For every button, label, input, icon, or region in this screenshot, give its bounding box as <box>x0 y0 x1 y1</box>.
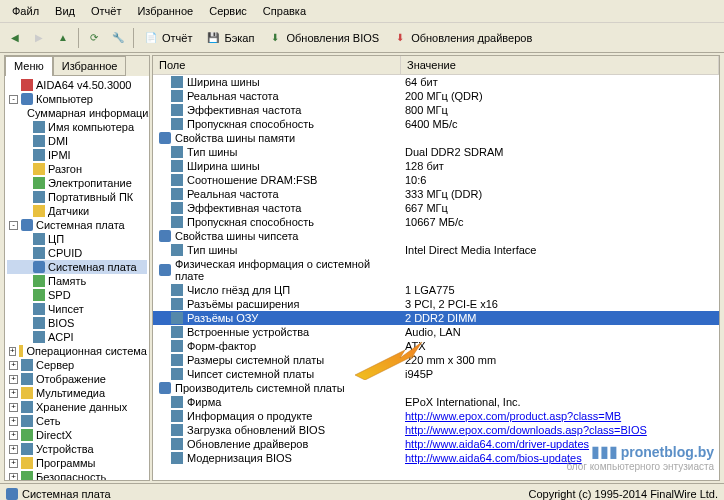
link[interactable]: http://www.aida64.com/driver-updates <box>405 438 589 450</box>
menu-item[interactable]: Отчёт <box>83 2 129 20</box>
up-button[interactable]: ▲ <box>52 27 74 49</box>
data-row[interactable]: Пропускная способность6400 МБ/с <box>153 117 719 131</box>
data-row[interactable]: Эффективная частота667 МГц <box>153 201 719 215</box>
tab-menu[interactable]: Меню <box>5 56 53 76</box>
driver-update-button[interactable]: ⬇Обновления драйверов <box>387 27 538 49</box>
tree-item[interactable]: Электропитание <box>7 176 147 190</box>
tree-item[interactable]: +Сервер <box>7 358 147 372</box>
tree-item[interactable]: +Безопасность <box>7 470 147 480</box>
data-row[interactable]: Реальная частота200 МГц (QDR) <box>153 89 719 103</box>
tree-item[interactable]: Чипсет <box>7 302 147 316</box>
section-row[interactable]: Свойства шины памяти <box>153 131 719 145</box>
expander-icon[interactable]: + <box>9 347 16 356</box>
tree-item-label: Отображение <box>36 373 106 385</box>
data-row[interactable]: Эффективная частота800 МГц <box>153 103 719 117</box>
data-row[interactable]: Загрузка обновлений BIOShttp://www.epox.… <box>153 423 719 437</box>
tree-item[interactable]: ЦП <box>7 232 147 246</box>
menu-item[interactable]: Справка <box>255 2 314 20</box>
data-row[interactable]: Реальная частота333 МГц (DDR) <box>153 187 719 201</box>
data-row[interactable]: Разъёмы ОЗУ2 DDR2 DIMM <box>153 311 719 325</box>
tree-item[interactable]: Имя компьютера <box>7 120 147 134</box>
data-row[interactable]: Разъёмы расширения3 PCI, 2 PCI-E x16 <box>153 297 719 311</box>
data-row[interactable]: Ширина шины128 бит <box>153 159 719 173</box>
expander-icon[interactable]: - <box>9 221 18 230</box>
menu-item[interactable]: Файл <box>4 2 47 20</box>
link[interactable]: http://www.epox.com/product.asp?class=MB <box>405 410 621 422</box>
row-icon <box>171 424 183 436</box>
tree-item[interactable]: Разгон <box>7 162 147 176</box>
tree-item[interactable]: -Системная плата <box>7 218 147 232</box>
data-row[interactable]: Ширина шины64 бит <box>153 75 719 89</box>
data-row[interactable]: Размеры системной платы220 mm x 300 mm <box>153 353 719 367</box>
data-row[interactable]: ФирмаEPoX International, Inc. <box>153 395 719 409</box>
menu-item[interactable]: Сервис <box>201 2 255 20</box>
tree-item[interactable]: +Устройства <box>7 442 147 456</box>
column-value[interactable]: Значение <box>401 56 719 74</box>
column-field[interactable]: Поле <box>153 56 401 74</box>
tree-item[interactable]: Датчики <box>7 204 147 218</box>
menu-item[interactable]: Избранное <box>129 2 201 20</box>
tree-item[interactable]: +Сеть <box>7 414 147 428</box>
node-icon <box>33 317 45 329</box>
section-row[interactable]: Свойства шины чипсета <box>153 229 719 243</box>
report-button[interactable]: 📄Отчёт <box>138 27 198 49</box>
bios-update-button[interactable]: ⬇Обновления BIOS <box>262 27 385 49</box>
data-row[interactable]: Пропускная способность10667 МБ/с <box>153 215 719 229</box>
expander-icon[interactable]: + <box>9 459 18 468</box>
value-cell: http://www.epox.com/downloads.asp?class=… <box>401 424 719 436</box>
tree-item[interactable]: ACPI <box>7 330 147 344</box>
tree-item[interactable]: +Операционная система <box>7 344 147 358</box>
tools-button[interactable]: 🔧 <box>107 27 129 49</box>
row-icon <box>171 340 183 352</box>
data-row[interactable]: Информация о продуктеhttp://www.epox.com… <box>153 409 719 423</box>
section-row[interactable]: Физическая информация о системной плате <box>153 257 719 283</box>
data-row[interactable]: Форм-факторATX <box>153 339 719 353</box>
data-row[interactable]: Соотношение DRAM:FSB10:6 <box>153 173 719 187</box>
tree-item[interactable]: +Программы <box>7 456 147 470</box>
expander-icon[interactable]: + <box>9 361 18 370</box>
expander-icon[interactable]: + <box>9 473 18 481</box>
row-icon <box>159 382 171 394</box>
tab-favorites[interactable]: Избранное <box>53 56 127 76</box>
forward-button[interactable]: ▶ <box>28 27 50 49</box>
data-row[interactable]: Чипсет системной платыi945P <box>153 367 719 381</box>
menu-item[interactable]: Вид <box>47 2 83 20</box>
tree-item[interactable]: +DirectX <box>7 428 147 442</box>
data-row[interactable]: Число гнёзд для ЦП1 LGA775 <box>153 283 719 297</box>
tree-item[interactable]: DMI <box>7 134 147 148</box>
tree-item[interactable]: CPUID <box>7 246 147 260</box>
link[interactable]: http://www.epox.com/downloads.asp?class=… <box>405 424 647 436</box>
expander-icon[interactable]: + <box>9 417 18 426</box>
data-row[interactable]: Тип шиныIntel Direct Media Interface <box>153 243 719 257</box>
tree-item[interactable]: -Компьютер <box>7 92 147 106</box>
arrow-up-icon: ▲ <box>56 31 70 45</box>
expander-icon[interactable]: + <box>9 445 18 454</box>
navigation-tree[interactable]: AIDA64 v4.50.3000-КомпьютерСуммарная инф… <box>5 76 149 480</box>
back-button[interactable]: ◀ <box>4 27 26 49</box>
tree-item[interactable]: +Хранение данных <box>7 400 147 414</box>
expander-icon[interactable]: + <box>9 389 18 398</box>
tree-item[interactable]: +Отображение <box>7 372 147 386</box>
tree-item[interactable]: Память <box>7 274 147 288</box>
tree-item[interactable]: AIDA64 v4.50.3000 <box>7 78 147 92</box>
data-row[interactable]: Встроенные устройстваAudio, LAN <box>153 325 719 339</box>
tree-item-label: CPUID <box>48 247 82 259</box>
tree-item[interactable]: Портативный ПК <box>7 190 147 204</box>
link[interactable]: http://www.aida64.com/bios-updates <box>405 452 582 464</box>
expander-icon[interactable]: - <box>9 95 18 104</box>
grid-body[interactable]: Ширина шины64 битРеальная частота200 МГц… <box>153 75 719 480</box>
tree-item-label: ЦП <box>48 233 64 245</box>
tree-item[interactable]: IPMI <box>7 148 147 162</box>
tree-item[interactable]: BIOS <box>7 316 147 330</box>
section-row[interactable]: Производитель системной платы <box>153 381 719 395</box>
tree-item[interactable]: SPD <box>7 288 147 302</box>
backup-button[interactable]: 💾Бэкап <box>200 27 260 49</box>
tree-item[interactable]: Системная плата <box>7 260 147 274</box>
tree-item[interactable]: Суммарная информация <box>7 106 147 120</box>
expander-icon[interactable]: + <box>9 431 18 440</box>
expander-icon[interactable]: + <box>9 403 18 412</box>
tree-item[interactable]: +Мультимедиа <box>7 386 147 400</box>
expander-icon[interactable]: + <box>9 375 18 384</box>
data-row[interactable]: Тип шиныDual DDR2 SDRAM <box>153 145 719 159</box>
refresh-button[interactable]: ⟳ <box>83 27 105 49</box>
